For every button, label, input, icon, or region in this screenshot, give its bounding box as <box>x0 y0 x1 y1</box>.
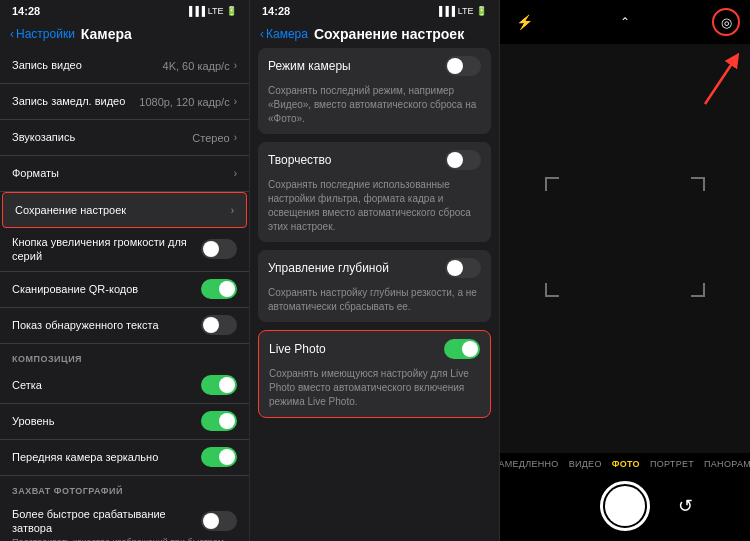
chevron-icon: › <box>231 205 234 216</box>
toggle-volume[interactable] <box>201 239 237 259</box>
toggle-level[interactable] <box>201 411 237 431</box>
save-block-depth: Управление глубиной Сохранять настройку … <box>258 250 491 322</box>
status-icons-1: ▐▐▐ LTE 🔋 <box>186 6 237 16</box>
time-1: 14:28 <box>12 5 40 17</box>
page-title-1: Камера <box>81 26 132 42</box>
save-desc-creativity: Сохранять последние использованные настр… <box>258 178 491 242</box>
camera-view-panel: ⚡ ⌃ ◎ ЗАМЕДЛЕННО ВИДЕО <box>500 0 750 541</box>
corner-tl <box>545 177 559 191</box>
corner-bl <box>545 283 559 297</box>
live-photo-icon-btn[interactable]: ◎ <box>712 8 740 36</box>
page-title-2: Сохранение настроек <box>314 26 464 42</box>
mode-slow[interactable]: ЗАМЕДЛЕННО <box>500 459 559 469</box>
setting-video-label: Запись видео <box>12 58 163 72</box>
save-label-live-photo: Live Photo <box>269 342 326 356</box>
nav-bar-2: ‹ Камера Сохранение настроек <box>250 22 499 48</box>
flash-icon-btn[interactable]: ⚡ <box>510 8 538 36</box>
camera-top-bar: ⚡ ⌃ ◎ <box>500 0 750 44</box>
capture-section-label: ЗАХВАТ ФОТОГРАФИЙ <box>0 476 249 500</box>
rotate-camera-button[interactable]: ↺ <box>670 491 700 521</box>
expand-icon: ⌃ <box>620 15 630 29</box>
toggle-grid[interactable] <box>201 375 237 395</box>
back-label-1: Настройки <box>16 27 75 41</box>
back-button-1[interactable]: ‹ Настройки <box>10 27 75 41</box>
mode-photo[interactable]: ФОТО <box>612 459 640 469</box>
shutter-inner <box>605 486 645 526</box>
setting-formats[interactable]: Форматы › <box>0 156 249 192</box>
toggle-creativity[interactable] <box>445 150 481 170</box>
setting-mirror[interactable]: Передняя камера зеркально <box>0 440 249 476</box>
toggle-fast-shutter[interactable] <box>201 511 237 531</box>
camera-settings-panel: 14:28 ▐▐▐ LTE 🔋 ‹ Настройки Камера Запис… <box>0 0 250 541</box>
time-2: 14:28 <box>262 5 290 17</box>
setting-volume-btn[interactable]: Кнопка увеличения громкости для серий <box>0 228 249 272</box>
rotate-icon: ↺ <box>678 495 693 517</box>
toggle-text[interactable] <box>201 315 237 335</box>
chevron-icon: › <box>234 60 237 71</box>
composition-section-label: КОМПОЗИЦИЯ <box>0 344 249 368</box>
status-bar-1: 14:28 ▐▐▐ LTE 🔋 <box>0 0 249 22</box>
setting-save-label: Сохранение настроек <box>15 203 231 217</box>
toggle-live-photo[interactable] <box>444 339 480 359</box>
save-row-camera-mode[interactable]: Режим камеры <box>258 48 491 84</box>
mode-pano[interactable]: ПАНОРАМА <box>704 459 750 469</box>
save-block-creativity: Творчество Сохранять последние использов… <box>258 142 491 242</box>
nav-bar-1: ‹ Настройки Камера <box>0 22 249 48</box>
svg-line-1 <box>705 59 735 104</box>
save-settings-list: Режим камеры Сохранять последний режим, … <box>250 48 499 541</box>
camera-controls: ↺ <box>500 473 750 541</box>
setting-qr-label: Сканирование QR-кодов <box>12 282 201 296</box>
setting-slowmo[interactable]: Запись замедл. видео 1080p, 120 кадр/с › <box>0 84 249 120</box>
chevron-icon: › <box>234 168 237 179</box>
chevron-icon: › <box>234 132 237 143</box>
save-block-camera-mode: Режим камеры Сохранять последний режим, … <box>258 48 491 134</box>
save-row-depth[interactable]: Управление глубиной <box>258 250 491 286</box>
setting-grid[interactable]: Сетка <box>0 368 249 404</box>
toggle-qr[interactable] <box>201 279 237 299</box>
save-desc-live-photo: Сохранять имеющуюся настройку для Live P… <box>259 367 490 417</box>
shutter-button[interactable] <box>600 481 650 531</box>
toggle-depth[interactable] <box>445 258 481 278</box>
setting-qr[interactable]: Сканирование QR-кодов <box>0 272 249 308</box>
camera-viewfinder <box>500 44 750 453</box>
setting-save[interactable]: Сохранение настроек › <box>2 192 247 228</box>
expand-icon-btn[interactable]: ⌃ <box>611 8 639 36</box>
setting-grid-label: Сетка <box>12 378 201 392</box>
back-label-2: Камера <box>266 27 308 41</box>
corner-tr <box>691 177 705 191</box>
save-row-live-photo[interactable]: Live Photo <box>259 331 490 367</box>
setting-fast-shutter-label: Более быстрое срабатывание затвора <box>12 507 201 536</box>
status-bar-2: 14:28 ▐▐▐ LTE 🔋 <box>250 0 499 22</box>
setting-text-detect[interactable]: Показ обнаруженного текста <box>0 308 249 344</box>
setting-audio[interactable]: Звукозапись Стерео › <box>0 120 249 156</box>
setting-slowmo-label: Запись замедл. видео <box>12 94 139 108</box>
setting-mirror-label: Передняя камера зеркально <box>12 450 201 464</box>
setting-level[interactable]: Уровень <box>0 404 249 440</box>
back-button-2[interactable]: ‹ Камера <box>260 27 308 41</box>
camera-mode-bar: ЗАМЕДЛЕННО ВИДЕО ФОТО ПОРТРЕТ ПАНОРАМА <box>500 453 750 473</box>
save-label-creativity: Творчество <box>268 153 331 167</box>
mode-video[interactable]: ВИДЕО <box>569 459 602 469</box>
setting-video[interactable]: Запись видео 4K, 60 кадр/с › <box>0 48 249 84</box>
mode-labels: ЗАМЕДЛЕННО ВИДЕО ФОТО ПОРТРЕТ ПАНОРАМА <box>500 459 750 469</box>
back-chevron-icon-2: ‹ <box>260 27 264 41</box>
viewfinder-guides <box>545 177 705 297</box>
setting-audio-label: Звукозапись <box>12 130 192 144</box>
flash-icon: ⚡ <box>516 14 533 30</box>
settings-list-1: Запись видео 4K, 60 кадр/с › Запись заме… <box>0 48 249 541</box>
back-chevron-icon: ‹ <box>10 27 14 41</box>
corner-br <box>691 283 705 297</box>
mode-portrait[interactable]: ПОРТРЕТ <box>650 459 694 469</box>
setting-audio-value: Стерео <box>192 132 229 144</box>
setting-level-label: Уровень <box>12 414 201 428</box>
setting-volume-label: Кнопка увеличения громкости для серий <box>12 235 201 264</box>
fast-shutter-desc: Подстраивать качество изображений при бы… <box>12 537 237 541</box>
toggle-camera-mode[interactable] <box>445 56 481 76</box>
setting-fast-shutter[interactable]: Более быстрое срабатывание затвора Подст… <box>0 500 249 541</box>
setting-video-value: 4K, 60 кадр/с <box>163 60 230 72</box>
save-settings-panel: 14:28 ▐▐▐ LTE 🔋 ‹ Камера Сохранение наст… <box>250 0 500 541</box>
save-row-creativity[interactable]: Творчество <box>258 142 491 178</box>
setting-formats-label: Форматы <box>12 166 234 180</box>
setting-text-label: Показ обнаруженного текста <box>12 318 201 332</box>
toggle-mirror[interactable] <box>201 447 237 467</box>
